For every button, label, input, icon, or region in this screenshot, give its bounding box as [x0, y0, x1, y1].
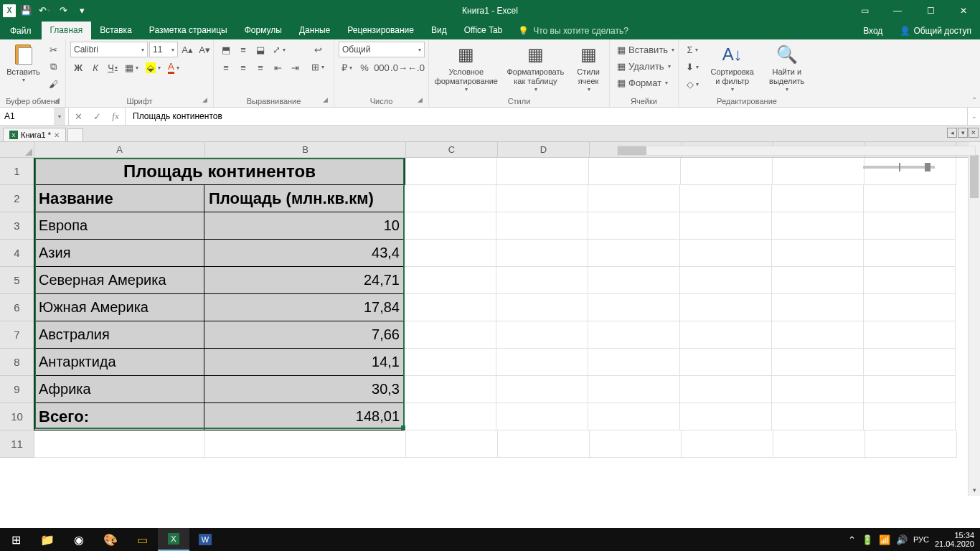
orientation-button[interactable]: ⤢▾ [270, 42, 288, 57]
wb-close-button[interactable]: ✕ [969, 128, 979, 138]
cell[interactable] [405, 267, 496, 294]
minimize-button[interactable]: — [881, 0, 914, 21]
cell[interactable] [773, 158, 864, 185]
cell[interactable] [588, 294, 680, 321]
number-dialog-launcher[interactable]: ◢ [415, 96, 424, 105]
cell[interactable] [865, 430, 957, 458]
cell[interactable] [864, 321, 956, 349]
sign-in-button[interactable]: Вход [854, 22, 891, 39]
clock[interactable]: 15:3421.04.2020 [935, 531, 974, 548]
tab-review[interactable]: Рецензирование [339, 22, 423, 39]
paint-icon[interactable]: 🎨 [95, 528, 126, 551]
cell[interactable]: 24,71 [204, 266, 405, 294]
undo-button[interactable]: ↶▾ [36, 2, 53, 19]
cell[interactable] [772, 212, 864, 240]
cell[interactable] [405, 321, 496, 349]
cell[interactable] [772, 376, 864, 403]
cell[interactable] [205, 430, 406, 458]
cell[interactable]: Австралия [34, 321, 204, 349]
expand-formula-bar-button[interactable]: ⌄ [967, 108, 980, 125]
cell[interactable]: 43,4 [204, 239, 405, 267]
cell[interactable] [772, 321, 864, 349]
cell[interactable] [680, 240, 772, 267]
cell[interactable] [405, 403, 496, 430]
tab-home[interactable]: Главная [42, 22, 92, 39]
cell[interactable] [773, 430, 865, 458]
row-header[interactable]: 11 [0, 430, 34, 458]
conditional-formatting-button[interactable]: ▦Условное форматирование▾ [433, 42, 499, 95]
battery-icon[interactable]: 🔋 [862, 534, 873, 545]
cell[interactable]: Площадь (млн.кв.км) [204, 184, 405, 212]
cell[interactable] [496, 185, 588, 212]
tab-page-layout[interactable]: Разметка страницы [141, 22, 236, 39]
align-middle-button[interactable]: ≡ [235, 42, 251, 57]
font-size-combo[interactable]: 11▾ [149, 42, 178, 57]
tab-data[interactable]: Данные [291, 22, 339, 39]
decrease-decimal-button[interactable]: ←.0 [408, 60, 424, 75]
cell[interactable]: 30,3 [204, 375, 405, 403]
autosum-button[interactable]: Σ▾ [683, 42, 702, 57]
row-header[interactable]: 4 [0, 240, 34, 267]
col-header-d[interactable]: D [498, 142, 590, 157]
cell[interactable] [405, 212, 496, 240]
enter-formula-button[interactable]: ✓ [88, 108, 106, 125]
col-header-a[interactable]: A [34, 142, 205, 157]
cell[interactable]: Азия [34, 239, 204, 267]
align-center-button[interactable]: ≡ [235, 60, 251, 75]
underline-button[interactable]: Ч▾ [105, 60, 121, 75]
number-format-combo[interactable]: Общий▾ [339, 42, 425, 57]
cell[interactable] [682, 430, 773, 458]
cell[interactable] [864, 349, 956, 376]
cell[interactable] [680, 376, 772, 403]
cell[interactable] [589, 158, 681, 185]
cell[interactable] [588, 376, 680, 403]
collapse-ribbon-button[interactable]: ⌃ [971, 96, 977, 104]
cell[interactable] [680, 403, 772, 430]
word-taskbar-icon[interactable]: W [189, 528, 221, 551]
redo-button[interactable]: ↷ [55, 2, 72, 19]
file-explorer-icon[interactable]: 📁 [32, 528, 63, 551]
font-color-button[interactable]: A▾ [165, 60, 182, 75]
cell[interactable] [680, 212, 772, 240]
font-dialog-launcher[interactable]: ◢ [200, 96, 209, 105]
cell[interactable] [681, 158, 773, 185]
cell[interactable] [864, 267, 956, 294]
cell[interactable] [588, 321, 680, 349]
cell[interactable] [497, 158, 589, 185]
cell[interactable] [864, 240, 956, 267]
tab-file[interactable]: Файл [0, 22, 42, 39]
cell[interactable]: 7,66 [204, 321, 405, 349]
tray-expand-icon[interactable]: ⌃ [848, 534, 856, 545]
cell[interactable] [406, 430, 498, 458]
cell[interactable] [405, 349, 496, 376]
row-header[interactable]: 8 [0, 349, 34, 376]
italic-button[interactable]: К [88, 60, 103, 75]
cell[interactable] [680, 349, 772, 376]
cell[interactable] [772, 403, 864, 430]
cell[interactable] [588, 212, 680, 240]
increase-indent-button[interactable]: ⇥ [287, 60, 303, 75]
new-workbook-tab[interactable] [67, 128, 83, 141]
wrap-text-button[interactable]: ↩ [308, 42, 327, 57]
cell[interactable] [496, 349, 588, 376]
cell[interactable] [864, 376, 956, 403]
row-header[interactable]: 2 [0, 185, 34, 212]
ribbon-options-button[interactable]: ▭ [848, 0, 881, 21]
cell[interactable] [496, 294, 588, 321]
cell[interactable]: 10 [204, 212, 405, 240]
increase-font-button[interactable]: A▴ [179, 42, 195, 57]
delete-cells-button[interactable]: ▦Удалить▾ [614, 58, 676, 74]
cell[interactable]: 17,84 [204, 293, 405, 321]
row-header[interactable]: 3 [0, 212, 34, 240]
wb-prev-button[interactable]: ◂ [947, 128, 957, 138]
align-left-button[interactable]: ≡ [218, 60, 234, 75]
close-workbook-icon[interactable]: ✕ [54, 131, 60, 139]
cell[interactable] [498, 430, 590, 458]
cell[interactable] [496, 212, 588, 240]
clipboard-dialog-launcher[interactable]: ◢ [52, 96, 61, 105]
wifi-icon[interactable]: 📶 [879, 534, 890, 545]
format-painter-button[interactable]: 🖌 [45, 76, 61, 92]
insert-cells-button[interactable]: ▦Вставить▾ [614, 42, 676, 57]
accounting-format-button[interactable]: ₽▾ [339, 60, 355, 75]
decrease-indent-button[interactable]: ⇤ [270, 60, 286, 75]
